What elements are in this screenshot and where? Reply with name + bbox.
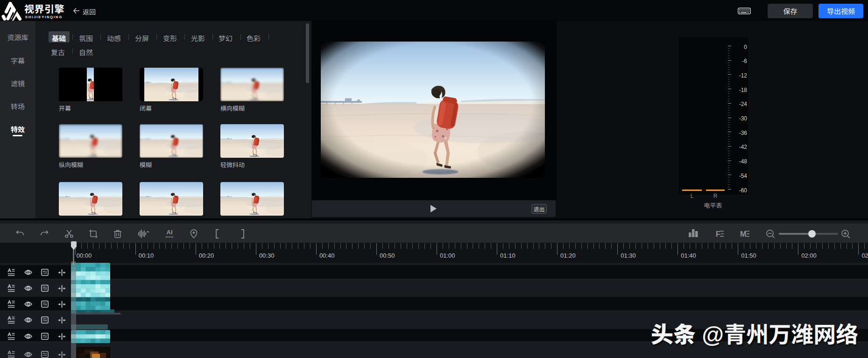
svg-text:M: M (740, 230, 746, 238)
svg-text:F: F (716, 230, 720, 238)
svg-text:AI: AI (167, 229, 173, 236)
